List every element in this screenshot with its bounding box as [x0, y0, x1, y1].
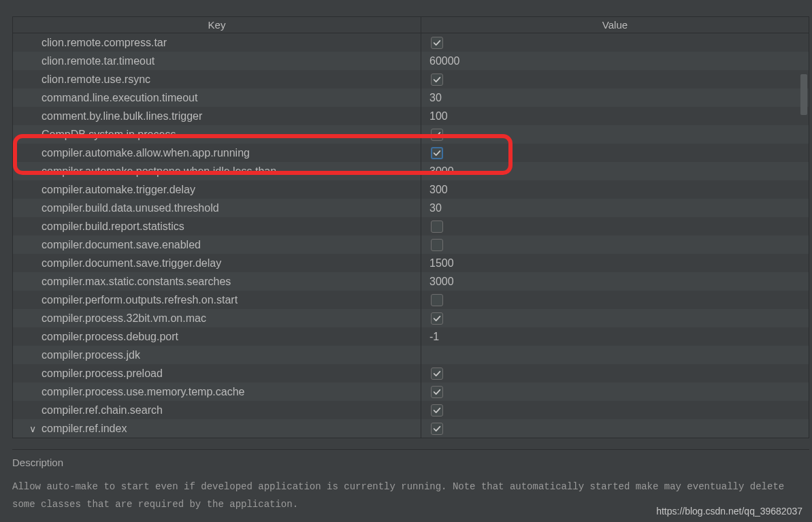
value-text[interactable]: 60000	[429, 55, 460, 67]
key-label: compiler.automake.postpone.when.idle.les…	[42, 165, 276, 178]
value-cell[interactable]	[421, 217, 809, 235]
table-row[interactable]: comment.by.line.bulk.lines.trigger100	[13, 107, 809, 125]
value-text[interactable]: 3000	[429, 165, 454, 178]
checkbox[interactable]	[431, 129, 443, 141]
key-cell: compiler.process.debug.port	[13, 327, 421, 346]
checkbox[interactable]	[431, 404, 443, 417]
key-label: compiler.process.use.memory.temp.cache	[42, 386, 244, 398]
table-row[interactable]: clion.remote.compress.tar	[13, 33, 809, 52]
table-row[interactable]: compiler.process.jdk	[13, 346, 809, 364]
value-cell[interactable]: 60000	[421, 52, 809, 70]
key-cell: compiler.automake.postpone.when.idle.les…	[13, 162, 421, 180]
value-cell[interactable]	[421, 291, 809, 309]
column-header-key[interactable]: Key	[13, 17, 421, 33]
value-cell[interactable]: 100	[421, 107, 809, 125]
value-cell[interactable]	[421, 364, 809, 382]
table-row[interactable]: compiler.process.debug.port-1	[13, 327, 809, 346]
value-cell[interactable]: 30	[421, 199, 809, 217]
key-cell: compiler.automake.allow.when.app.running	[13, 144, 421, 162]
table-row[interactable]: compiler.automake.trigger.delay300	[13, 180, 809, 199]
key-cell: compiler.perform.outputs.refresh.on.star…	[13, 291, 421, 309]
value-cell[interactable]: -1	[421, 327, 809, 346]
value-text[interactable]: 3000	[429, 276, 454, 288]
table-row[interactable]: compiler.perform.outputs.refresh.on.star…	[13, 291, 809, 309]
checkbox[interactable]	[431, 368, 443, 380]
key-cell: CompDB.system.in.process	[13, 125, 421, 144]
value-cell[interactable]	[421, 401, 809, 419]
vertical-scrollbar[interactable]	[800, 33, 807, 436]
checkbox[interactable]	[431, 37, 443, 49]
table-row[interactable]: compiler.process.preload	[13, 364, 809, 382]
key-label: clion.remote.tar.timeout	[42, 55, 155, 67]
key-cell: compiler.build.report.statistics	[13, 217, 421, 235]
table-header: Key Value	[13, 17, 809, 33]
value-text[interactable]: 30	[429, 202, 442, 214]
value-text[interactable]: 30	[429, 92, 442, 104]
value-cell[interactable]	[421, 144, 809, 162]
key-label: compiler.ref.chain.search	[42, 404, 163, 417]
value-cell[interactable]: 3000	[421, 162, 809, 180]
key-cell: compiler.document.save.enabled	[13, 235, 421, 254]
key-cell: comment.by.line.bulk.lines.trigger	[13, 107, 421, 125]
table-row[interactable]: compiler.automake.postpone.when.idle.les…	[13, 162, 809, 180]
table-row[interactable]: compiler.build.report.statistics	[13, 217, 809, 235]
table-row[interactable]: compiler.document.save.trigger.delay1500	[13, 254, 809, 272]
checkbox[interactable]	[431, 221, 443, 233]
value-cell[interactable]: 1500	[421, 254, 809, 272]
value-cell[interactable]	[421, 346, 809, 364]
value-cell[interactable]	[421, 125, 809, 144]
value-cell[interactable]	[421, 419, 809, 438]
table-row[interactable]: command.line.execution.timeout30	[13, 88, 809, 107]
value-cell[interactable]	[421, 309, 809, 327]
key-label: compiler.process.debug.port	[42, 331, 178, 343]
key-cell: compiler.process.32bit.vm.on.mac	[13, 309, 421, 327]
value-cell[interactable]: 30	[421, 88, 809, 107]
checkbox[interactable]	[431, 423, 443, 435]
checkbox[interactable]	[431, 386, 443, 398]
column-header-value[interactable]: Value	[421, 17, 809, 33]
registry-table: Key Value clion.remote.compress.tarclion…	[12, 16, 809, 438]
chevron-down-icon[interactable]: ∨	[29, 423, 36, 434]
key-label: compiler.document.save.trigger.delay	[42, 257, 221, 270]
value-cell[interactable]: 3000	[421, 272, 809, 291]
table-row[interactable]: CompDB.system.in.process	[13, 125, 809, 144]
table-row[interactable]: clion.remote.use.rsync	[13, 70, 809, 88]
table-row[interactable]: ∨compiler.ref.index	[13, 419, 809, 438]
key-cell: compiler.ref.chain.search	[13, 401, 421, 419]
key-label: compiler.build.report.statistics	[42, 221, 184, 233]
checkbox[interactable]	[431, 74, 443, 86]
table-row[interactable]: compiler.document.save.enabled	[13, 235, 809, 254]
table-row[interactable]: compiler.process.32bit.vm.on.mac	[13, 309, 809, 327]
key-label: compiler.ref.index	[42, 423, 127, 435]
value-cell[interactable]	[421, 235, 809, 254]
value-text[interactable]: 100	[429, 110, 448, 123]
table-row[interactable]: clion.remote.tar.timeout60000	[13, 52, 809, 70]
table-row[interactable]: compiler.process.use.memory.temp.cache	[13, 382, 809, 401]
key-label: CompDB.system.in.process	[42, 129, 176, 141]
key-label: compiler.process.preload	[42, 368, 163, 380]
key-cell: compiler.process.preload	[13, 364, 421, 382]
checkbox[interactable]	[431, 147, 443, 159]
value-cell[interactable]	[421, 70, 809, 88]
key-label: compiler.process.32bit.vm.on.mac	[42, 312, 206, 325]
value-cell[interactable]	[421, 33, 809, 52]
checkbox[interactable]	[431, 239, 443, 251]
table-row[interactable]: compiler.ref.chain.search	[13, 401, 809, 419]
checkbox[interactable]	[431, 294, 443, 306]
value-cell[interactable]	[421, 382, 809, 401]
value-text[interactable]: -1	[429, 331, 439, 343]
table-row[interactable]: compiler.max.static.constants.searches30…	[13, 272, 809, 291]
value-text[interactable]: 1500	[429, 257, 454, 270]
key-label: compiler.perform.outputs.refresh.on.star…	[42, 294, 238, 306]
scrollbar-thumb[interactable]	[800, 74, 807, 115]
key-label: clion.remote.use.rsync	[42, 74, 150, 86]
key-cell: compiler.process.jdk	[13, 346, 421, 364]
value-text[interactable]: 300	[429, 184, 448, 196]
key-cell: compiler.process.use.memory.temp.cache	[13, 382, 421, 401]
checkbox[interactable]	[431, 312, 443, 325]
key-label: compiler.automake.trigger.delay	[42, 184, 195, 196]
table-row[interactable]: compiler.automake.allow.when.app.running	[13, 144, 809, 162]
table-row[interactable]: compiler.build.data.unused.threshold30	[13, 199, 809, 217]
value-cell[interactable]: 300	[421, 180, 809, 199]
key-cell: command.line.execution.timeout	[13, 88, 421, 107]
